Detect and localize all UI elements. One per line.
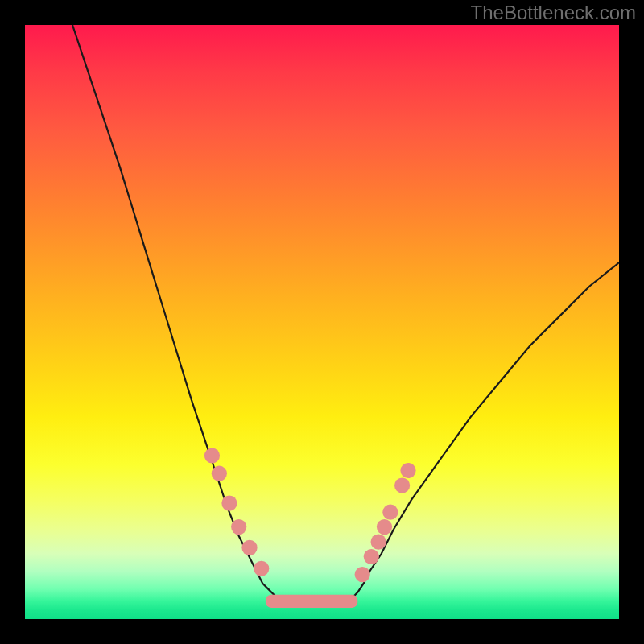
watermark-text: TheBottleneck.com — [471, 2, 636, 24]
performance-gradient — [25, 25, 619, 619]
frame: TheBottleneck.com — [0, 0, 644, 644]
plot-area — [25, 25, 619, 619]
